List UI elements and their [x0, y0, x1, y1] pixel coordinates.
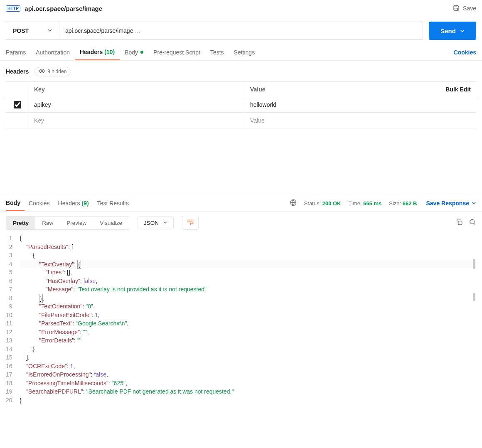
- tab-params[interactable]: Params: [6, 44, 31, 60]
- hidden-headers-pill[interactable]: 9 hidden: [34, 67, 71, 76]
- status-block: Status: 200 OK: [304, 200, 341, 207]
- header-key-cell[interactable]: apikey: [29, 97, 245, 112]
- tab-authorization-label: Authorization: [36, 49, 70, 56]
- table-row: Key Value: [6, 113, 476, 128]
- save-response-button[interactable]: Save Response: [426, 200, 477, 207]
- tab-body[interactable]: Body: [120, 44, 148, 60]
- http-method-value: POST: [13, 27, 29, 34]
- svg-line-6: [474, 223, 475, 225]
- headers-table-header: Key Value Bulk Edit: [6, 82, 476, 97]
- hidden-headers-label: 9 hidden: [47, 69, 66, 74]
- header-val-value: helloworld: [250, 101, 276, 108]
- tab-settings[interactable]: Settings: [229, 44, 260, 60]
- send-label: Send: [440, 27, 456, 34]
- copy-response-button[interactable]: [455, 218, 463, 227]
- cookies-link-label: Cookies: [454, 49, 476, 56]
- line-gutter: 1234567891011121314151617181920: [6, 234, 20, 404]
- tab-headers-count: (10): [104, 49, 115, 55]
- http-method-select[interactable]: POST: [6, 22, 59, 39]
- tab-authorization[interactable]: Authorization: [31, 44, 75, 60]
- tab-settings-label: Settings: [234, 49, 255, 56]
- view-visualize-label: Visualize: [100, 220, 122, 226]
- status-label: Status:: [304, 200, 321, 207]
- header-value-input[interactable]: Value: [245, 113, 476, 128]
- resp-tab-cookies-label: Cookies: [29, 200, 50, 207]
- search-response-button[interactable]: [469, 218, 476, 227]
- svg-rect-4: [458, 221, 462, 225]
- globe-icon[interactable]: [290, 199, 297, 207]
- wrap-lines-button[interactable]: [182, 216, 199, 230]
- header-key-placeholder: Key: [34, 117, 44, 124]
- col-value-label: Value: [250, 86, 266, 93]
- svg-point-5: [470, 219, 475, 224]
- tab-params-label: Params: [6, 49, 26, 56]
- resp-tab-headers-label: Headers: [58, 200, 80, 207]
- save-response-label: Save Response: [426, 200, 470, 207]
- save-label: Save: [463, 5, 476, 12]
- size-label: Size:: [389, 200, 401, 207]
- view-preview[interactable]: Preview: [60, 217, 93, 229]
- save-icon: [453, 5, 460, 12]
- cookies-link[interactable]: Cookies: [454, 49, 476, 56]
- header-key-input[interactable]: Key: [29, 113, 245, 128]
- resp-tab-test-results[interactable]: Test Results: [93, 195, 133, 211]
- tab-tests[interactable]: Tests: [205, 44, 229, 60]
- resp-tab-cookies[interactable]: Cookies: [25, 195, 54, 211]
- resp-tab-test-results-label: Test Results: [97, 200, 129, 207]
- request-title: api.ocr.space/parse/image: [25, 5, 102, 12]
- language-select[interactable]: JSON: [138, 217, 174, 229]
- chevron-down-icon: [47, 27, 52, 34]
- url-value: api.ocr.space/parse/image: [65, 27, 133, 34]
- chevron-down-icon: [472, 200, 476, 207]
- chevron-down-icon: [460, 27, 465, 34]
- resp-tab-headers[interactable]: Headers (9): [54, 195, 93, 211]
- headers-section-title: Headers: [6, 68, 29, 75]
- view-raw[interactable]: Raw: [35, 217, 60, 229]
- url-input[interactable]: api.ocr.space/parse/image …: [59, 22, 423, 39]
- view-pretty[interactable]: Pretty: [6, 217, 35, 229]
- send-button[interactable]: Send: [429, 22, 476, 40]
- vertical-scrollbar-icon[interactable]: [473, 234, 475, 404]
- col-key-label: Key: [34, 86, 45, 93]
- chevron-down-icon: [163, 220, 167, 226]
- tab-headers[interactable]: Headers (10): [75, 44, 120, 60]
- view-mode-segment: Pretty Raw Preview Visualize: [6, 216, 129, 230]
- save-button[interactable]: Save: [453, 5, 476, 12]
- code-lines: { "ParsedResults": [ { "TextOverlay": { …: [20, 234, 476, 404]
- view-raw-label: Raw: [42, 220, 53, 226]
- resp-tab-body[interactable]: Body: [6, 195, 25, 211]
- header-val-placeholder: Value: [250, 117, 265, 124]
- tab-headers-label: Headers: [80, 49, 103, 55]
- time-value: 665 ms: [363, 200, 381, 207]
- view-visualize[interactable]: Visualize: [93, 217, 129, 229]
- table-row: apikey helloworld: [6, 97, 476, 113]
- view-preview-label: Preview: [66, 220, 86, 226]
- size-value: 662 B: [403, 200, 417, 207]
- http-method-badge: HTTP: [6, 5, 20, 12]
- response-body-viewer[interactable]: 1234567891011121314151617181920 { "Parse…: [0, 234, 482, 409]
- time-label: Time:: [349, 200, 362, 207]
- tab-tests-label: Tests: [210, 49, 224, 56]
- bulk-edit-button[interactable]: Bulk Edit: [445, 86, 471, 93]
- language-value: JSON: [144, 220, 159, 226]
- tab-pre-request[interactable]: Pre-request Script: [148, 44, 205, 60]
- tab-body-label: Body: [125, 49, 138, 56]
- resp-tab-headers-count: (9): [82, 200, 89, 207]
- status-value: 200 OK: [322, 200, 341, 207]
- url-ellipsis: …: [135, 27, 140, 34]
- wrap-icon: [187, 219, 194, 226]
- time-block: Time: 665 ms: [349, 200, 382, 207]
- header-value-cell[interactable]: helloworld: [245, 97, 476, 112]
- resp-tab-body-label: Body: [6, 199, 20, 206]
- tab-pre-request-label: Pre-request Script: [153, 49, 200, 56]
- size-block: Size: 662 B: [389, 200, 417, 207]
- body-modified-dot-icon: [140, 51, 143, 54]
- eye-icon: [39, 68, 45, 75]
- header-key-value: apikey: [34, 101, 51, 108]
- svg-point-0: [42, 70, 43, 72]
- view-pretty-label: Pretty: [13, 220, 29, 226]
- header-enable-checkbox[interactable]: [14, 101, 21, 108]
